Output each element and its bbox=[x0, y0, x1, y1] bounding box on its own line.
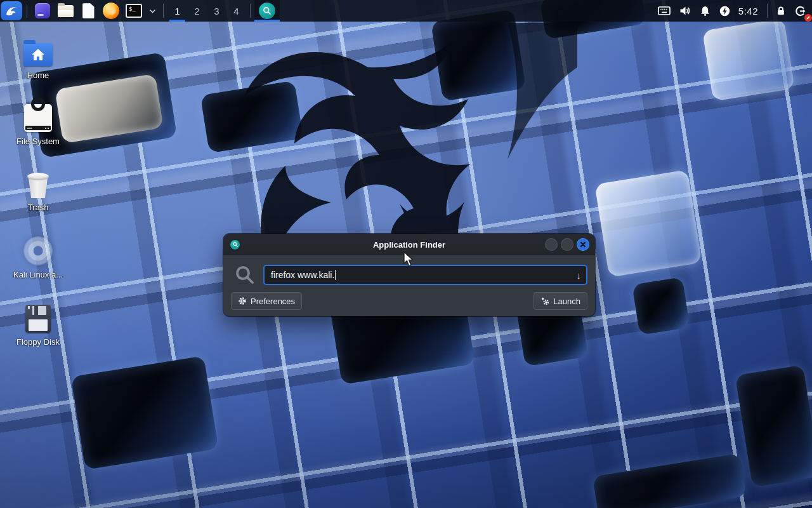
system-tray: 5:42 bbox=[653, 0, 812, 22]
launcher-file-manager[interactable] bbox=[56, 1, 75, 20]
panel-separator bbox=[250, 4, 251, 18]
workspace-number: 1 bbox=[174, 6, 180, 17]
folder-icon bbox=[58, 5, 74, 17]
battery-bolt-icon[interactable] bbox=[719, 6, 730, 17]
kali-dragon-icon bbox=[4, 4, 18, 18]
workspace-2[interactable]: 2 bbox=[187, 0, 207, 22]
workspace-3[interactable]: 3 bbox=[207, 0, 226, 22]
workspace-4[interactable]: 4 bbox=[226, 0, 246, 22]
trash-bin-icon bbox=[6, 166, 70, 198]
desktop-icon-floppy-disk[interactable]: Floppy Disk bbox=[6, 301, 70, 347]
terminal-prompt-glyph: $_ bbox=[129, 6, 136, 12]
gear-icon bbox=[238, 297, 247, 305]
workspace-number: 2 bbox=[194, 6, 199, 17]
desktop-icon-home[interactable]: Home bbox=[6, 34, 70, 80]
disc-icon bbox=[6, 234, 70, 265]
window-icon bbox=[35, 3, 50, 18]
maximize-button[interactable] bbox=[561, 238, 573, 251]
logout-icon[interactable] bbox=[795, 6, 806, 17]
run-gear-icon bbox=[540, 297, 549, 305]
document-edit-icon bbox=[82, 3, 95, 18]
search-icon bbox=[259, 3, 275, 19]
search-icon bbox=[235, 265, 255, 285]
application-finder-window: Application Finder firefox www.kali. bbox=[223, 234, 595, 316]
launch-button[interactable]: Launch bbox=[534, 292, 587, 310]
wallpaper-glass-cube bbox=[632, 277, 690, 335]
chevron-down-icon bbox=[149, 9, 156, 13]
keyboard-icon[interactable] bbox=[658, 6, 671, 15]
panel-separator bbox=[767, 4, 768, 18]
wallpaper-glass-cube bbox=[702, 18, 795, 102]
text-caret bbox=[335, 270, 336, 280]
close-button[interactable] bbox=[577, 238, 589, 251]
launch-label: Launch bbox=[553, 297, 580, 306]
desktop-icon-label: Trash bbox=[6, 203, 70, 212]
desktop-icon-label: Home bbox=[6, 70, 70, 80]
desktop-icon-trash[interactable]: Trash bbox=[6, 166, 70, 212]
window-title: Application Finder bbox=[223, 240, 595, 250]
preferences-label: Preferences bbox=[251, 297, 295, 306]
wallpaper-glass-cube bbox=[594, 170, 702, 277]
bell-icon[interactable] bbox=[700, 6, 710, 17]
workspace-1[interactable]: 1 bbox=[167, 0, 187, 22]
home-folder-icon bbox=[6, 34, 70, 66]
window-search-icon bbox=[230, 240, 240, 250]
taskbar-application-finder[interactable] bbox=[254, 0, 280, 22]
search-input[interactable]: firefox www.kali. ↓ bbox=[263, 265, 587, 285]
dropdown-arrow-icon[interactable]: ↓ bbox=[577, 270, 582, 281]
preferences-button[interactable]: Preferences bbox=[231, 292, 302, 310]
firefox-icon bbox=[103, 3, 119, 19]
titlebar[interactable]: Application Finder bbox=[223, 234, 595, 255]
close-icon bbox=[580, 241, 586, 248]
desktop-icon-label: Floppy Disk bbox=[6, 337, 70, 347]
launcher-dropdown[interactable] bbox=[147, 1, 157, 20]
launcher-text-editor[interactable] bbox=[79, 1, 98, 20]
launcher-firefox[interactable] bbox=[102, 1, 121, 20]
speaker-icon[interactable] bbox=[679, 6, 691, 16]
workspace-number: 4 bbox=[233, 6, 239, 17]
kali-menu-button[interactable] bbox=[1, 1, 22, 20]
panel-separator bbox=[27, 4, 27, 18]
top-panel: $_ 1 2 3 4 bbox=[0, 0, 812, 22]
workspace-number: 3 bbox=[214, 6, 219, 17]
floppy-disk-icon bbox=[6, 301, 70, 333]
desktop-icon-file-system[interactable]: File System bbox=[6, 100, 70, 146]
search-input-value: firefox www.kali. bbox=[271, 270, 334, 280]
desktop-icon-label: Kali Linux a... bbox=[6, 270, 70, 279]
padlock-icon[interactable] bbox=[776, 6, 786, 16]
panel-separator bbox=[163, 4, 164, 18]
minimize-button[interactable] bbox=[545, 238, 558, 251]
clock[interactable]: 5:42 bbox=[738, 6, 758, 17]
hard-drive-icon bbox=[6, 100, 70, 132]
edit-badge-icon bbox=[804, 14, 812, 22]
launcher-app-window[interactable] bbox=[33, 1, 52, 20]
launcher-terminal[interactable]: $_ bbox=[124, 1, 143, 20]
desktop-icon-kali-linux[interactable]: Kali Linux a... bbox=[6, 234, 70, 279]
desktop-icon-label: File System bbox=[6, 137, 70, 146]
terminal-icon: $_ bbox=[126, 4, 142, 18]
